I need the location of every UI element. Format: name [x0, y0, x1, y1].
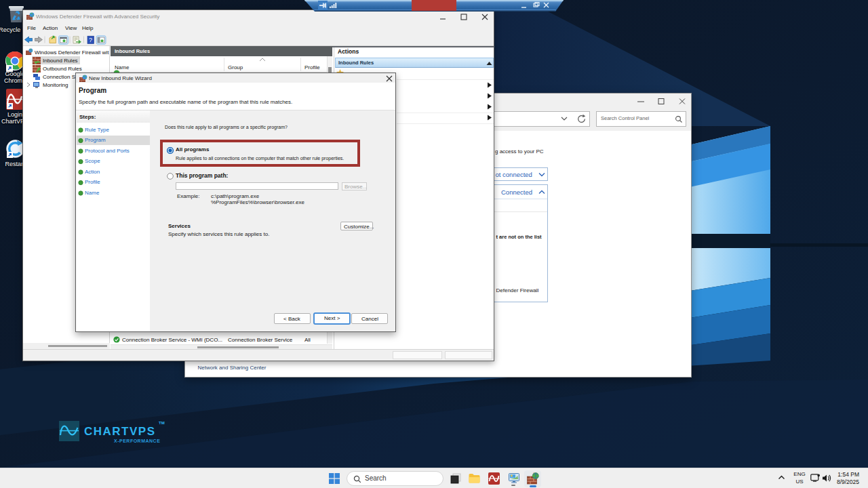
svg-text:?: ? [89, 37, 92, 43]
